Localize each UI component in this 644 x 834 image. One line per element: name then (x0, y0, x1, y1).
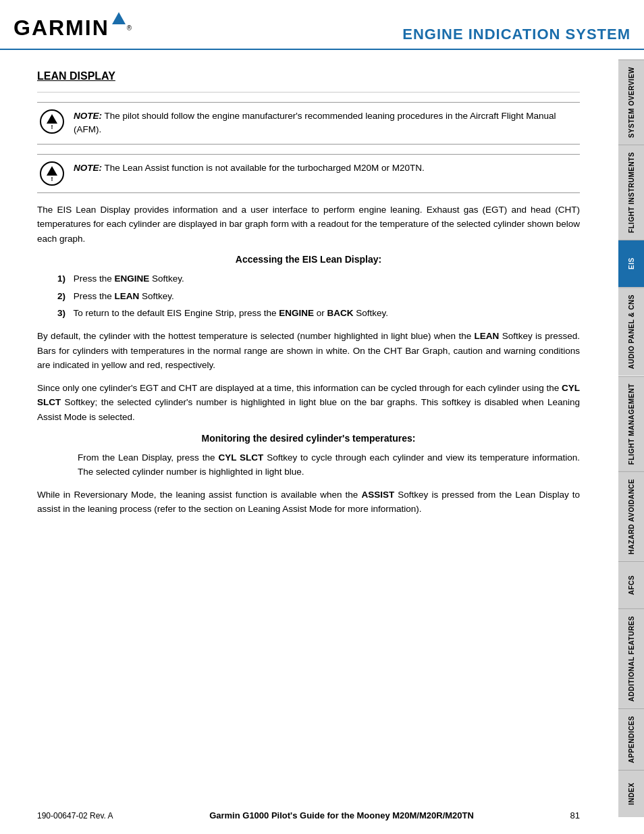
step-3: 3) To return to the default EIS Engine S… (57, 306, 580, 321)
assist-bold: ASSIST (361, 490, 394, 500)
page-header: GARMIN ® ENGINE INDICATION SYSTEM (0, 0, 644, 50)
sidebar: SYSTEM OVERVIEW FLIGHT INSTRUMENTS EIS A… (618, 59, 644, 817)
sidebar-tab-eis[interactable]: EIS (618, 240, 644, 287)
step-1-text: Press the ENGINE Softkey. (74, 273, 184, 284)
para-2: By default, the cylinder with the hottes… (37, 329, 580, 373)
logo-triangle-icon (112, 12, 126, 24)
footer-center: Garmin G1000 Pilot's Guide for the Moone… (209, 810, 474, 820)
note-box-1: ! NOTE: The pilot should follow the engi… (37, 102, 580, 145)
step-2: 2) Press the LEAN Softkey. (57, 289, 580, 304)
step-2-num: 2) (57, 291, 65, 301)
note-icon-1: ! (40, 109, 64, 134)
logo-area: GARMIN ® (14, 12, 132, 49)
note-text-1: NOTE: The pilot should follow the engine… (74, 109, 580, 137)
step-1: 1) Press the ENGINE Softkey. (57, 271, 580, 286)
garmin-logo: GARMIN (14, 16, 109, 41)
monitoring-paragraph: From the Lean Display, press the CYL SLC… (78, 450, 580, 479)
step-3-bold2: BACK (327, 308, 354, 318)
sidebar-tab-afcs[interactable]: AFCS (618, 561, 644, 608)
lean-bold: LEAN (475, 331, 500, 341)
para-4: While in Reversionary Mode, the leaning … (37, 488, 580, 517)
sidebar-tab-flight-instruments[interactable]: FLIGHT INSTRUMENTS (618, 145, 644, 240)
cyl-slct-bold-1: CYL SLCT (37, 383, 580, 408)
step-2-text: Press the LEAN Softkey. (74, 291, 174, 301)
exclaim-icon-2: ! (51, 176, 53, 182)
section-title: LEAN DISPLAY (37, 70, 580, 82)
monitoring-heading: Monitoring the desired cylinder's temper… (37, 433, 580, 444)
main-content: LEAN DISPLAY ! NOTE: The pilot should fo… (0, 50, 617, 538)
sidebar-tab-index[interactable]: INDEX (618, 770, 644, 817)
sidebar-tab-audio-panel[interactable]: AUDIO PANEL & CNS (618, 287, 644, 375)
page-footer: 190-00647-02 Rev. A Garmin G1000 Pilot's… (0, 810, 617, 820)
step-1-bold: ENGINE (115, 273, 150, 284)
note-label-2: NOTE: (74, 163, 102, 173)
logo-registered: ® (127, 24, 132, 32)
sidebar-tab-appendices[interactable]: APPENDICES (618, 708, 644, 770)
note-content-1: The pilot should follow the engine manuf… (74, 111, 556, 134)
sidebar-tab-system-overview[interactable]: SYSTEM OVERVIEW (618, 59, 644, 145)
note-box-2: ! NOTE: The Lean Assist function is not … (37, 154, 580, 193)
para-3: Since only one cylinder's EGT and CHT ar… (37, 381, 580, 425)
sidebar-tab-flight-management[interactable]: FLIGHT MANAGEMENT (618, 376, 644, 471)
sidebar-tab-additional-features[interactable]: ADDITIONAL FEATURES (618, 608, 644, 708)
note-label-1: NOTE: (74, 111, 102, 121)
cyl-slct-bold-2: CYL SLCT (218, 452, 263, 463)
accessing-heading: Accessing the EIS Lean Display: (37, 254, 580, 265)
note-text-2: NOTE: The Lean Assist function is not av… (74, 161, 425, 175)
page-title: ENGINE INDICATION SYSTEM (402, 26, 630, 49)
footer-page: 81 (570, 810, 580, 820)
exclaim-icon-1: ! (51, 124, 53, 130)
sidebar-tab-hazard-avoidance[interactable]: HAZARD AVOIDANCE (618, 471, 644, 561)
steps-list: 1) Press the ENGINE Softkey. 2) Press th… (57, 271, 580, 321)
step-2-bold: LEAN (115, 291, 140, 301)
intro-paragraph: The EIS Lean Display provides informatio… (37, 203, 580, 246)
step-3-bold1: ENGINE (279, 308, 314, 318)
note-content-2: The Lean Assist function is not availabl… (105, 163, 425, 173)
divider-1 (37, 92, 580, 93)
footer-left: 190-00647-02 Rev. A (37, 811, 113, 820)
step-3-text: To return to the default EIS Engine Stri… (74, 308, 389, 318)
step-1-num: 1) (57, 273, 65, 284)
step-3-num: 3) (57, 308, 65, 318)
note-icon-2: ! (40, 161, 64, 186)
